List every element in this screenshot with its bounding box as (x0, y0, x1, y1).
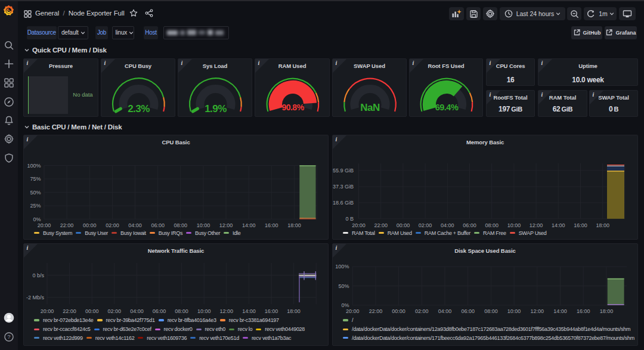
svg-text:22:00: 22:00 (369, 308, 383, 314)
svg-text:-2 Mb/s: -2 Mb/s (26, 295, 45, 301)
svg-text:02:00: 02:00 (108, 308, 122, 314)
svg-text:100%: 100% (335, 264, 349, 270)
svg-text:20:00: 20:00 (41, 308, 54, 314)
svg-text:14:00: 14:00 (552, 222, 565, 228)
svg-text:50%: 50% (30, 190, 41, 196)
svg-text:10:00: 10:00 (197, 308, 211, 314)
svg-text:06:00: 06:00 (463, 222, 476, 228)
svg-text:1.9%: 1.9% (205, 103, 227, 114)
svg-text:06:00: 06:00 (151, 222, 165, 228)
svg-text:22:00: 22:00 (63, 308, 76, 314)
svg-text:14:00: 14:00 (242, 222, 256, 228)
svg-text:69.4%: 69.4% (435, 103, 459, 112)
svg-text:04:00: 04:00 (438, 308, 452, 314)
svg-text:06:00: 06:00 (461, 308, 475, 314)
svg-text:18:00: 18:00 (287, 308, 301, 314)
svg-text:02:00: 02:00 (419, 222, 432, 228)
svg-text:16:00: 16:00 (574, 222, 587, 228)
svg-text:12:00: 12:00 (219, 222, 233, 228)
svg-text:20:00: 20:00 (346, 308, 360, 314)
svg-text:04:00: 04:00 (128, 222, 142, 228)
svg-text:12:00: 12:00 (531, 308, 544, 314)
svg-text:08:00: 08:00 (485, 222, 499, 228)
svg-text:02:00: 02:00 (106, 222, 119, 228)
svg-text:2.3%: 2.3% (128, 103, 150, 114)
svg-text:00:00: 00:00 (83, 222, 97, 228)
svg-text:10:00: 10:00 (507, 222, 521, 228)
svg-text:00:00: 00:00 (397, 222, 410, 228)
svg-text:08:00: 08:00 (484, 308, 498, 314)
svg-text:14:00: 14:00 (242, 308, 256, 314)
svg-text:50%: 50% (338, 283, 349, 289)
svg-text:22:00: 22:00 (60, 222, 74, 228)
svg-text:37.3 GiB: 37.3 GiB (333, 184, 354, 190)
svg-text:25%: 25% (30, 203, 41, 209)
svg-text:0%: 0% (33, 216, 41, 222)
svg-text:14:00: 14:00 (553, 308, 567, 314)
svg-text:100%: 100% (27, 163, 41, 169)
svg-text:55.9 GiB: 55.9 GiB (333, 168, 354, 174)
svg-text:10:00: 10:00 (197, 222, 210, 228)
svg-text:16:00: 16:00 (577, 308, 590, 314)
svg-text:?: ? (7, 333, 10, 340)
svg-text:18:00: 18:00 (596, 222, 609, 228)
svg-text:18:00: 18:00 (287, 222, 301, 228)
svg-text:20:00: 20:00 (352, 222, 366, 228)
svg-text:16:00: 16:00 (265, 308, 278, 314)
svg-text:00:00: 00:00 (392, 308, 405, 314)
svg-text:22:00: 22:00 (374, 222, 388, 228)
svg-text:0 b/s: 0 b/s (32, 272, 44, 278)
svg-text:04:00: 04:00 (441, 222, 454, 228)
svg-text:02:00: 02:00 (415, 308, 429, 314)
svg-text:NaN: NaN (360, 102, 380, 113)
svg-text:08:00: 08:00 (174, 222, 188, 228)
svg-text:06:00: 06:00 (153, 308, 166, 314)
svg-text:75%: 75% (30, 176, 41, 182)
svg-text:04:00: 04:00 (130, 308, 144, 314)
svg-text:18.6 GiB: 18.6 GiB (333, 200, 354, 206)
svg-text:08:00: 08:00 (175, 308, 188, 314)
svg-text:0%: 0% (341, 302, 349, 308)
svg-text:20:00: 20:00 (38, 222, 51, 228)
svg-text:16:00: 16:00 (265, 222, 278, 228)
svg-text:12:00: 12:00 (530, 222, 543, 228)
svg-text:0 B: 0 B (345, 216, 354, 222)
svg-text:10:00: 10:00 (507, 308, 521, 314)
svg-text:12:00: 12:00 (220, 308, 234, 314)
svg-text:90.8%: 90.8% (281, 103, 304, 112)
svg-text:00:00: 00:00 (85, 308, 99, 314)
svg-text:18:00: 18:00 (600, 308, 614, 314)
